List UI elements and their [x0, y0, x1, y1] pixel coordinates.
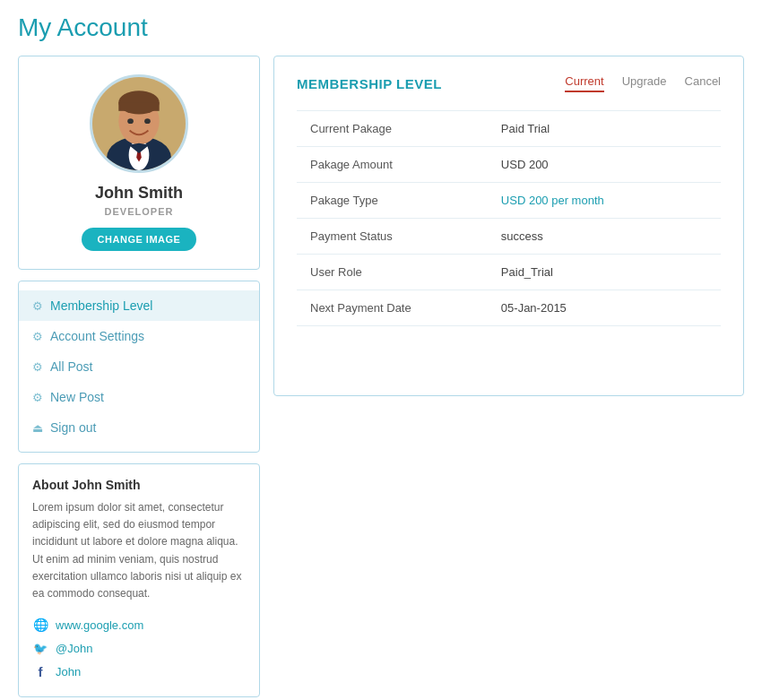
website-label: www.google.com: [56, 618, 143, 632]
table-cell-label: User Role: [297, 255, 488, 290]
table-cell-label: Current Pakage: [297, 111, 488, 147]
twitter-link[interactable]: @John: [32, 636, 246, 660]
membership-header: MEMBERSHIP LEVEL Current Upgrade Cancel: [297, 74, 721, 92]
nav-item-account-settings[interactable]: Account Settings: [19, 321, 259, 351]
svg-point-9: [144, 118, 151, 124]
nav-menu: Membership Level Account Settings All Po…: [18, 281, 260, 453]
table-cell-value: Paid Trial: [488, 111, 721, 147]
main-layout: John Smith DEVELOPER CHANGE IMAGE Member…: [18, 56, 744, 697]
nav-label-allpost: All Post: [50, 359, 92, 374]
profile-role: DEVELOPER: [32, 206, 246, 217]
facebook-label: John: [56, 665, 81, 678]
profile-card: John Smith DEVELOPER CHANGE IMAGE: [18, 56, 260, 270]
table-cell-label: Pakage Type: [297, 183, 488, 219]
avatar-wrapper: [32, 74, 246, 173]
nav-label-membership: Membership Level: [50, 298, 152, 313]
facebook-icon: [32, 663, 48, 679]
table-cell-label: Next Payment Date: [297, 290, 488, 326]
membership-title: MEMBERSHIP LEVEL: [297, 76, 442, 91]
table-cell-label: Payment Status: [297, 219, 488, 255]
gear-icon-newpost: [32, 391, 43, 404]
website-link[interactable]: www.google.com: [32, 613, 246, 636]
signout-icon: ⏏: [32, 421, 43, 435]
svg-rect-7: [118, 102, 159, 110]
table-row: Next Payment Date05-Jan-2015: [297, 290, 721, 326]
table-row: Pakage AmountUSD 200: [297, 147, 721, 183]
table-row: Current PakagePaid Trial: [297, 111, 721, 147]
table-cell-value: success: [488, 219, 721, 255]
nav-label-signout: Sign out: [50, 420, 96, 435]
table-row: Pakage TypeUSD 200 per month: [297, 183, 721, 219]
nav-item-all-post[interactable]: All Post: [19, 351, 259, 382]
tab-cancel[interactable]: Cancel: [685, 74, 721, 92]
nav-item-membership-level[interactable]: Membership Level: [19, 290, 259, 321]
nav-item-new-post[interactable]: New Post: [19, 382, 259, 412]
page-title: My Account: [18, 13, 744, 42]
nav-label-newpost: New Post: [50, 390, 104, 404]
right-column: MEMBERSHIP LEVEL Current Upgrade Cancel …: [273, 56, 744, 396]
gear-icon-allpost: [32, 360, 43, 374]
about-title: About John Smith: [32, 478, 246, 492]
avatar: [90, 74, 188, 173]
table-cell-value: USD 200: [488, 147, 721, 183]
left-column: John Smith DEVELOPER CHANGE IMAGE Member…: [18, 56, 260, 697]
svg-point-8: [127, 118, 134, 124]
globe-icon: [32, 617, 48, 633]
table-cell-value: USD 200 per month: [488, 183, 721, 219]
gear-icon-settings: [32, 330, 43, 343]
table-cell-label: Pakage Amount: [297, 147, 488, 183]
facebook-link[interactable]: John: [32, 660, 246, 683]
about-text: Lorem ipsum dolor sit amet, consectetur …: [32, 499, 246, 602]
membership-table: Current PakagePaid TrialPakage AmountUSD…: [297, 110, 721, 326]
tab-upgrade[interactable]: Upgrade: [622, 74, 667, 92]
tab-group: Current Upgrade Cancel: [565, 74, 721, 92]
table-row: User RolePaid_Trial: [297, 255, 721, 290]
avatar-image: [92, 74, 186, 173]
profile-name: John Smith: [32, 184, 246, 203]
table-cell-value: Paid_Trial: [488, 255, 721, 290]
twitter-label: @John: [56, 642, 92, 655]
change-image-button[interactable]: CHANGE IMAGE: [82, 228, 197, 251]
gear-icon-membership: [32, 299, 43, 313]
nav-label-settings: Account Settings: [50, 329, 144, 343]
table-row: Payment Statussuccess: [297, 219, 721, 255]
tab-current[interactable]: Current: [565, 74, 603, 92]
nav-item-sign-out[interactable]: ⏏ Sign out: [19, 412, 259, 443]
twitter-icon: [32, 640, 48, 656]
about-card: About John Smith Lorem ipsum dolor sit a…: [18, 463, 260, 697]
table-cell-value: 05-Jan-2015: [488, 290, 721, 326]
